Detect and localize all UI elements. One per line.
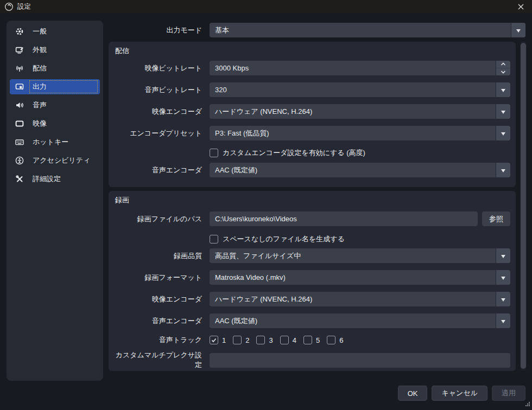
stream-video-encoder-select[interactable]: ハードウェア (NVENC, H.264): [210, 104, 510, 119]
sidebar-item-video[interactable]: 映像: [10, 116, 100, 131]
sidebar-item-hotkeys[interactable]: ホットキー: [10, 134, 100, 150]
speaker-icon: [15, 101, 24, 110]
sidebar-item-accessibility[interactable]: アクセシビリティ: [10, 153, 100, 168]
custom-encoder-settings-checkbox[interactable]: [210, 149, 218, 157]
monitor-icon: [15, 119, 24, 128]
no-space-filename-checkbox[interactable]: [210, 235, 218, 244]
cancel-button[interactable]: キャンセル: [432, 386, 487, 401]
encoder-preset-value: P3: Fast (低品質): [210, 129, 496, 138]
custom-muxer-row: カスタムマルチプレクサ設定: [109, 350, 516, 370]
ok-button[interactable]: OK: [398, 386, 428, 401]
audio-bitrate-select[interactable]: 320: [210, 82, 510, 97]
custom-encoder-settings-row: カスタムエンコーダ設定を有効にする (高度): [210, 148, 365, 158]
accessibility-icon: [15, 156, 24, 165]
stream-audio-encoder-select[interactable]: AAC (既定値): [210, 163, 510, 177]
chevron-down-icon[interactable]: [496, 313, 510, 328]
sidebar-item-label: 詳細設定: [29, 172, 98, 185]
sidebar-item-output[interactable]: 出力: [10, 79, 100, 94]
sidebar-item-label: 映像: [29, 117, 98, 130]
chevron-down-icon[interactable]: [496, 248, 510, 263]
video-bitrate-value: 3000 Kbps: [210, 64, 496, 72]
audio-track-label: 1: [222, 336, 226, 344]
video-encoder-value: ハードウェア (NVENC, H.264): [210, 107, 496, 117]
video-bitrate-row: 映像ビットレート 3000 Kbps: [109, 61, 516, 75]
audio-track-label: 3: [269, 336, 273, 344]
sidebar-item-label: ホットキー: [29, 136, 98, 149]
encoder-preset-select[interactable]: P3: Fast (低品質): [210, 126, 510, 140]
audio-tracks-row: 音声トラック 1 2 3 4 5 6: [109, 335, 516, 345]
chevron-down-icon[interactable]: [496, 104, 510, 119]
custom-muxer-input[interactable]: [210, 353, 510, 368]
video-encoder-value: ハードウェア (NVENC, H.264): [210, 294, 496, 304]
output-mode-label: 出力モード: [109, 25, 206, 35]
encoder-preset-label: エンコーダプリセット: [109, 129, 206, 138]
audio-encoder-value: AAC (既定値): [210, 316, 496, 326]
audio-track-4-checkbox[interactable]: [280, 336, 289, 344]
recording-video-encoder-row: 映像エンコーダ ハードウェア (NVENC, H.264): [109, 292, 516, 306]
sidebar-item-label: 配信: [29, 62, 98, 75]
recording-quality-value: 高品質、ファイルサイズ中: [210, 251, 496, 261]
chevron-down-icon[interactable]: [496, 82, 510, 97]
recording-quality-select[interactable]: 高品質、ファイルサイズ中: [210, 248, 510, 263]
audio-bitrate-row: 音声ビットレート 320: [109, 82, 516, 97]
apply-button[interactable]: 適用: [492, 386, 525, 401]
sidebar-item-label: 外観: [29, 43, 98, 56]
output-mode-select[interactable]: 基本: [210, 23, 525, 37]
obs-logo-icon: [4, 2, 14, 11]
chevron-down-icon[interactable]: [511, 23, 525, 37]
recording-audio-encoder-select[interactable]: AAC (既定値): [210, 313, 510, 328]
close-button[interactable]: [509, 0, 532, 13]
window-title: 設定: [17, 2, 31, 11]
chevron-down-icon[interactable]: [496, 163, 510, 177]
recording-audio-encoder-row: 音声エンコーダ AAC (既定値): [109, 313, 516, 328]
recording-quality-label: 録画品質: [109, 251, 206, 261]
audio-tracks-label: 音声トラック: [109, 335, 206, 345]
sidebar-item-label: 出力: [29, 80, 98, 93]
resize-grip[interactable]: [525, 400, 530, 408]
recording-path-label: 録画ファイルのパス: [109, 214, 206, 224]
custom-muxer-label: カスタムマルチプレクサ設定: [109, 350, 206, 370]
appearance-icon: [15, 46, 24, 54]
audio-track-label: 2: [245, 336, 249, 344]
recording-format-label: 録画フォーマット: [109, 273, 206, 283]
custom-encoder-settings-label: カスタムエンコーダ設定を有効にする (高度): [223, 148, 365, 158]
recording-format-select[interactable]: Matroska Video (.mkv): [210, 270, 510, 285]
sidebar-item-label: 一般: [29, 25, 98, 38]
audio-encoder-label: 音声エンコーダ: [109, 165, 206, 175]
audio-track-3-checkbox[interactable]: [256, 336, 265, 344]
chevron-down-icon[interactable]: [496, 270, 510, 285]
tools-icon: [15, 175, 24, 183]
recording-group: 録画 録画ファイルのパス 参照 スペースなしのファイル名を生成する 録画品質 高…: [109, 191, 516, 371]
sidebar-item-audio[interactable]: 音声: [10, 98, 100, 113]
recording-format-value: Matroska Video (.mkv): [210, 273, 496, 281]
audio-bitrate-value: 320: [210, 86, 496, 94]
audio-track-1-checkbox[interactable]: [210, 336, 218, 344]
audio-track-5-checkbox[interactable]: [303, 336, 312, 344]
audio-track-6-checkbox[interactable]: [327, 336, 335, 344]
streaming-group-title: 配信: [115, 46, 129, 56]
recording-path-input[interactable]: [210, 212, 478, 226]
chevron-down-icon[interactable]: [496, 126, 510, 140]
sidebar-item-stream[interactable]: 配信: [10, 61, 100, 76]
recording-group-title: 録画: [115, 195, 129, 205]
sidebar-item-appearance[interactable]: 外観: [10, 42, 100, 57]
sidebar-item-advanced[interactable]: 詳細設定: [10, 171, 100, 187]
chevron-down-icon[interactable]: [496, 292, 510, 306]
video-encoder-label: 映像エンコーダ: [109, 294, 206, 304]
audio-track-label: 5: [316, 336, 320, 344]
video-bitrate-spinner[interactable]: 3000 Kbps: [210, 61, 510, 75]
audio-track-label: 6: [339, 336, 343, 344]
vertical-scrollbar[interactable]: [520, 41, 527, 371]
audio-track-2-checkbox[interactable]: [233, 336, 242, 344]
recording-video-encoder-select[interactable]: ハードウェア (NVENC, H.264): [210, 292, 510, 306]
browse-button[interactable]: 参照: [482, 212, 510, 226]
audio-bitrate-label: 音声ビットレート: [109, 85, 206, 95]
output-icon: [15, 82, 24, 91]
recording-format-row: 録画フォーマット Matroska Video (.mkv): [109, 270, 516, 285]
sidebar-item-general[interactable]: 一般: [10, 24, 100, 39]
spin-down-icon[interactable]: [496, 68, 510, 75]
streaming-group: 配信 映像ビットレート 3000 Kbps 音声ビットレート 320 映像エンコ…: [109, 42, 516, 187]
dialog-footer: OK キャンセル 適用: [398, 386, 525, 401]
scrollbar-thumb[interactable]: [521, 43, 526, 369]
spin-up-icon[interactable]: [496, 61, 510, 68]
